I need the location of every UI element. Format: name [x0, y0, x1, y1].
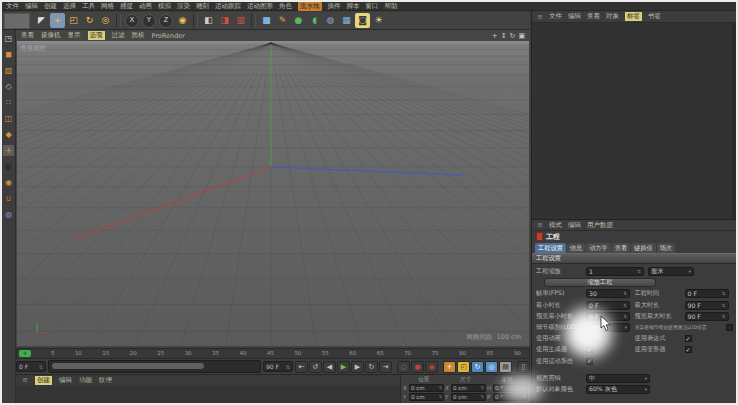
- y-axis-lock-icon[interactable]: Y: [142, 14, 156, 28]
- material-tab-创建[interactable]: 创建: [35, 376, 52, 385]
- workplane-mode-icon[interactable]: ◇: [3, 81, 14, 92]
- menu-item-文件[interactable]: 文件: [6, 2, 19, 11]
- add-camera-icon[interactable]: ◙: [355, 13, 370, 28]
- goto-prev-frame-icon[interactable]: ◀: [323, 361, 336, 373]
- points-mode-icon[interactable]: ∷: [3, 97, 14, 108]
- goto-next-key-icon[interactable]: ↻: [365, 361, 378, 373]
- viewport-menu-查看[interactable]: 查看: [21, 31, 34, 40]
- model-mode-icon[interactable]: ◼: [3, 49, 14, 60]
- zoom-view-icon[interactable]: ↕: [501, 32, 507, 40]
- move-tool-icon[interactable]: +: [50, 13, 65, 28]
- viewport-menu-摄像机[interactable]: 摄像机: [41, 31, 61, 40]
- object-manager-menu-书签[interactable]: 书签: [648, 12, 661, 21]
- make-editable-icon[interactable]: ◳: [3, 33, 14, 44]
- menu-item-窗口[interactable]: 窗口: [366, 2, 379, 11]
- texture-mode-icon[interactable]: ▨: [3, 65, 14, 76]
- object-manager-menu-查看[interactable]: 查看: [587, 12, 600, 21]
- attribute-tab-场次[interactable]: 场次: [657, 243, 675, 253]
- viewport-canvas[interactable]: 透视视图 网格间距 100 cm: [17, 41, 529, 346]
- timeline-tick-40[interactable]: 40: [240, 349, 247, 358]
- timeline-tick-70[interactable]: 70: [404, 349, 411, 358]
- key-parameter-icon[interactable]: ◎: [485, 361, 498, 373]
- key-rotation-icon[interactable]: ↻: [471, 361, 484, 373]
- object-list-scrollbar[interactable]: [732, 23, 736, 219]
- viewport-view-label[interactable]: 透视视图: [20, 44, 46, 53]
- attribute-group-header[interactable]: 工程设置: [532, 253, 736, 264]
- viewport-menu-ProRender[interactable]: ProRender: [152, 32, 185, 40]
- timeline-tick-80[interactable]: 80: [459, 349, 466, 358]
- coordinate-system-icon[interactable]: ◉: [175, 13, 190, 28]
- last-tool-icon[interactable]: ◎: [98, 13, 113, 28]
- timeline-tick-30[interactable]: 30: [185, 349, 192, 358]
- rotate-view-icon[interactable]: ↻: [510, 32, 516, 40]
- add-deformer-icon[interactable]: ◖: [307, 13, 322, 28]
- maximize-view-icon[interactable]: ▣: [518, 32, 525, 40]
- render-queue-icon[interactable]: ▥: [233, 13, 248, 28]
- timeline-tick-35[interactable]: 35: [212, 349, 219, 358]
- attribute-menu-编辑[interactable]: 编辑: [568, 221, 581, 230]
- timeline-tick-25[interactable]: 25: [157, 349, 164, 358]
- menu-item-流水线[interactable]: 流水线: [298, 2, 322, 11]
- key-position-icon[interactable]: +: [443, 361, 456, 373]
- viewport-solo-icon[interactable]: ●: [3, 161, 14, 172]
- menu-item-帮助[interactable]: 帮助: [385, 2, 398, 11]
- scale-project-button[interactable]: 缩放工程: [544, 278, 656, 287]
- keyframe-selection-icon[interactable]: ○: [397, 361, 410, 373]
- object-list[interactable]: [532, 22, 736, 220]
- attribute-object-row[interactable]: 工程: [532, 231, 736, 242]
- coords-value-field[interactable]: 0 cm⇅: [409, 384, 444, 392]
- attribute-unit-dropdown[interactable]: 厘米▾: [648, 267, 694, 276]
- viewport-menu-面板[interactable]: 面板: [132, 31, 145, 40]
- autokey-icon[interactable]: ◉: [425, 361, 438, 373]
- coords-value-field[interactable]: 0 cm⇅: [451, 384, 486, 392]
- menu-item-运动跟踪[interactable]: 运动跟踪: [215, 2, 241, 11]
- attribute-menu-icon[interactable]: ≡: [537, 221, 543, 229]
- key-pla-icon[interactable]: ▤: [499, 361, 512, 373]
- timeline-tick-60[interactable]: 60: [349, 349, 356, 358]
- preview-start-field[interactable]: 0 F ⇅: [16, 361, 46, 372]
- viewport-menu-过滤[interactable]: 过滤: [112, 31, 125, 40]
- material-list[interactable]: [16, 385, 400, 403]
- attribute-value-field[interactable]: 90 F⇅: [685, 301, 729, 310]
- attribute-tab-信息[interactable]: 信息: [567, 243, 585, 253]
- menu-item-雕刻[interactable]: 雕刻: [196, 2, 209, 11]
- timeline-tick-75[interactable]: 75: [432, 349, 439, 358]
- enable-axis-icon[interactable]: +: [3, 145, 14, 156]
- timeline-tick-55[interactable]: 55: [322, 349, 329, 358]
- add-spline-icon[interactable]: ✎: [275, 13, 290, 28]
- timeline-ruler[interactable]: 0 051015202530354045505560657075808590: [16, 348, 530, 359]
- menu-item-创建[interactable]: 创建: [44, 2, 57, 11]
- attribute-checkbox[interactable]: ✓: [685, 346, 692, 353]
- attribute-tab-键插值[interactable]: 键插值: [631, 243, 656, 253]
- stepper-icon[interactable]: ⇅: [286, 364, 290, 370]
- timeline-scrollbar[interactable]: [48, 360, 261, 373]
- material-tab-编辑[interactable]: 编辑: [59, 376, 72, 385]
- material-tab-功能[interactable]: 功能: [79, 376, 92, 385]
- rotate-tool-icon[interactable]: ↻: [82, 13, 97, 28]
- object-manager-menu-icon[interactable]: ≡: [537, 13, 543, 21]
- goto-start-icon[interactable]: ⇤: [295, 361, 308, 373]
- timeline-tick-5[interactable]: 5: [51, 349, 55, 358]
- add-light-icon[interactable]: ☀: [371, 13, 386, 28]
- add-cube-icon[interactable]: ■: [259, 13, 274, 28]
- attribute-value-field[interactable]: 0 F⇅: [685, 289, 729, 298]
- menu-item-捕捉[interactable]: 捕捉: [120, 2, 133, 11]
- attribute-tab-查看[interactable]: 查看: [612, 243, 630, 253]
- menu-item-选择[interactable]: 选择: [63, 2, 76, 11]
- viewport-menu-显示[interactable]: 显示: [68, 31, 81, 40]
- attribute-checkbox[interactable]: ✓: [685, 335, 692, 342]
- render-view-icon[interactable]: ◧: [201, 13, 216, 28]
- timeline-tick-45[interactable]: 45: [267, 349, 274, 358]
- object-manager-menu-标签[interactable]: 标签: [625, 12, 642, 21]
- timeline-tick-10[interactable]: 10: [75, 349, 82, 358]
- menu-item-模拟[interactable]: 模拟: [158, 2, 171, 11]
- magnet-icon[interactable]: ∪: [3, 193, 14, 204]
- goto-next-frame-icon[interactable]: ▶: [351, 361, 364, 373]
- menu-item-动画[interactable]: 动画: [139, 2, 152, 11]
- menu-item-运动图形[interactable]: 运动图形: [247, 2, 273, 11]
- material-menu-icon[interactable]: ≡: [22, 376, 28, 384]
- attribute-value-field[interactable]: 30⇅: [586, 289, 630, 298]
- timeline-scrollbar-handle[interactable]: [52, 363, 204, 369]
- record-keyframe-icon[interactable]: ●: [411, 361, 424, 373]
- goto-end-icon[interactable]: ⇥: [379, 361, 392, 373]
